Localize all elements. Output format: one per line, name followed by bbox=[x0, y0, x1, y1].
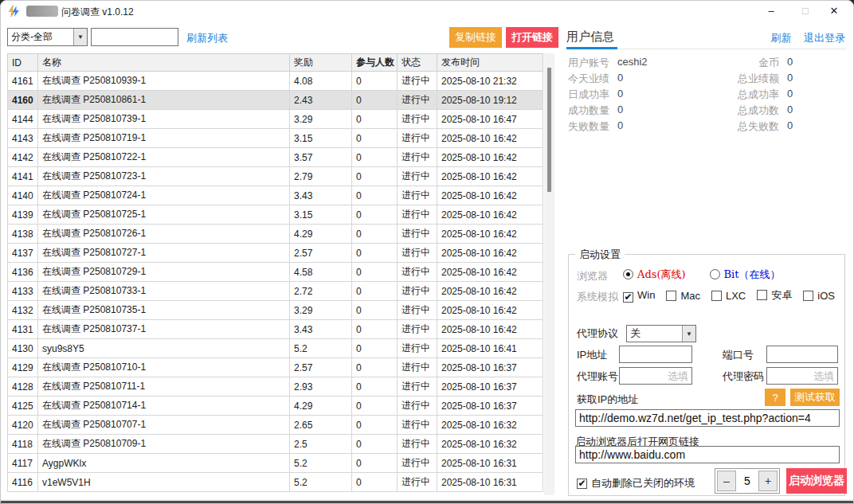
info-label: 总失败数 bbox=[707, 119, 779, 134]
cell-status: 进行中 bbox=[398, 397, 437, 416]
copy-link-button[interactable]: 复制链接 bbox=[449, 27, 502, 48]
browser-radio-option[interactable]: Ads(离线) bbox=[623, 268, 686, 282]
info-value: 0 bbox=[617, 72, 623, 86]
table-row[interactable]: 4133在线调查 P250810733-12.720进行中2025-08-10 … bbox=[8, 282, 543, 301]
cell-status: 进行中 bbox=[398, 186, 437, 205]
app-window: 问卷调查 v1.0.12 – □ ✕ 分类-全部 ▼ 刷新列表 复制链接 打开链… bbox=[0, 0, 854, 504]
port-input[interactable] bbox=[766, 346, 838, 363]
table-row[interactable]: 4137在线调查 P250810727-12.570进行中2025-08-10 … bbox=[8, 244, 543, 263]
cell-reward: 5.2 bbox=[290, 339, 352, 358]
open-url-input[interactable] bbox=[575, 446, 840, 463]
table-row[interactable]: 4117AygpWKlx5.20进行中2025-08-10 16:31 bbox=[8, 454, 543, 473]
system-checkbox-option[interactable]: LXC bbox=[711, 290, 746, 302]
cell-name: 在线调查 P250810710-1 bbox=[38, 358, 290, 377]
app-logo-icon bbox=[8, 5, 21, 18]
cell-name: 在线调查 P250810714-1 bbox=[38, 397, 290, 416]
info-value: 0 bbox=[617, 104, 623, 118]
system-checkbox-option[interactable]: Mac bbox=[666, 290, 700, 302]
table-row[interactable]: 4141在线调查 P250810723-12.790进行中2025-08-10 … bbox=[8, 167, 543, 186]
panel-active-underline bbox=[566, 47, 617, 49]
scrollbar-thumb[interactable] bbox=[547, 68, 551, 192]
table-row[interactable]: 4143在线调查 P250810719-13.150进行中2025-08-10 … bbox=[8, 129, 543, 148]
spinner-minus-button[interactable]: – bbox=[717, 471, 736, 491]
user-info-grid: 用户账号ceshi2金币0今天业绩0总业绩额0日成功率0总成功率0成功数量0总成… bbox=[568, 55, 847, 135]
refresh-list-link[interactable]: 刷新列表 bbox=[186, 31, 228, 45]
close-button[interactable]: ✕ bbox=[820, 2, 848, 20]
cell-reward: 4.08 bbox=[290, 72, 352, 91]
column-header[interactable]: 名称 bbox=[38, 54, 290, 72]
checkbox-label: 安卓 bbox=[771, 289, 792, 301]
table-row[interactable]: 4161在线调查 P250810939-14.080进行中2025-08-10 … bbox=[8, 72, 543, 91]
system-checkbox-option[interactable]: 安卓 bbox=[757, 288, 792, 303]
spinner-plus-button[interactable]: + bbox=[758, 471, 778, 491]
table-row[interactable]: 4136在线调查 P250810729-14.580进行中2025-08-10 … bbox=[8, 263, 543, 282]
info-value: 0 bbox=[787, 88, 793, 102]
minimize-button[interactable]: – bbox=[757, 2, 785, 20]
auto-delete-option[interactable]: ✔ 自动删除已关闭的环境 bbox=[577, 476, 695, 490]
table-row[interactable]: 4142在线调查 P250810722-13.570进行中2025-08-10 … bbox=[8, 148, 543, 167]
cell-time: 2025-08-10 16:42 bbox=[437, 167, 543, 186]
column-header[interactable]: ID bbox=[8, 54, 38, 72]
cell-participants: 0 bbox=[352, 148, 398, 167]
table-row[interactable]: 4132在线调查 P250810735-13.290进行中2025-08-10 … bbox=[8, 301, 543, 320]
table-row[interactable]: 4140在线调查 P250810724-13.430进行中2025-08-10 … bbox=[8, 186, 543, 205]
launch-browser-button[interactable]: 启动浏览器 bbox=[786, 468, 847, 494]
proxy-protocol-dropdown[interactable]: 关 ▼ bbox=[626, 325, 696, 342]
table-row[interactable]: 4116v1eW5V1H5.20进行中2025-08-10 16:31 bbox=[8, 473, 543, 492]
open-link-button[interactable]: 打开链接 bbox=[506, 27, 558, 48]
table-row[interactable]: 4138在线调查 P250810726-14.290进行中2025-08-10 … bbox=[8, 225, 543, 244]
table-row[interactable]: 4125在线调查 P250810714-14.290进行中2025-08-10 … bbox=[8, 397, 543, 416]
cell-name: 在线调查 P250810939-1 bbox=[38, 72, 290, 91]
proxy-pass-input[interactable] bbox=[766, 367, 838, 385]
table-vertical-scrollbar[interactable] bbox=[544, 53, 554, 495]
table-row[interactable]: 4144在线调查 P250810739-13.290进行中2025-08-10 … bbox=[8, 110, 543, 129]
table-row[interactable]: 4129在线调查 P250810710-12.570进行中2025-08-10 … bbox=[8, 358, 543, 377]
info-label: 用户账号 bbox=[568, 56, 609, 70]
cell-name: 在线调查 P250810707-1 bbox=[38, 416, 290, 435]
cell-reward: 3.29 bbox=[290, 110, 352, 129]
table-row[interactable]: 4130syu9s8Y55.20进行中2025-08-10 16:41 bbox=[8, 339, 543, 358]
cell-reward: 3.29 bbox=[290, 301, 352, 320]
env-count-spinner: – 5 + bbox=[715, 468, 780, 494]
column-header[interactable]: 参与人数 bbox=[352, 54, 398, 72]
table-row[interactable]: 4118在线调查 P250810709-12.50进行中2025-08-10 1… bbox=[8, 435, 543, 454]
cell-status: 进行中 bbox=[398, 72, 437, 91]
auto-delete-checkbox[interactable]: ✔ bbox=[577, 479, 587, 489]
table-row[interactable]: 4120在线调查 P250810707-12.650进行中2025-08-10 … bbox=[8, 416, 543, 435]
table-row[interactable]: 4128在线调查 P250810711-12.930进行中2025-08-10 … bbox=[8, 377, 543, 397]
refresh-user-link[interactable]: 刷新 bbox=[770, 32, 791, 44]
cell-time: 2025-08-10 16:37 bbox=[437, 377, 543, 397]
test-get-ip-button[interactable]: 测试获取 bbox=[790, 389, 840, 406]
cell-name: v1eW5V1H bbox=[38, 473, 290, 492]
browser-radio-option[interactable]: Bit（在线） bbox=[710, 268, 781, 282]
get-ip-url-input[interactable] bbox=[575, 409, 840, 427]
cell-time: 2025-08-10 16:42 bbox=[437, 301, 543, 320]
redacted-app-name bbox=[26, 6, 58, 17]
column-header[interactable]: 奖励 bbox=[290, 54, 352, 72]
cell-participants: 0 bbox=[352, 263, 398, 282]
system-checkbox-option[interactable]: ✔Win bbox=[623, 289, 655, 303]
cell-id: 4125 bbox=[8, 397, 38, 416]
search-input[interactable] bbox=[91, 28, 178, 46]
cell-name: 在线调查 P250810726-1 bbox=[38, 225, 290, 244]
cell-participants: 0 bbox=[352, 167, 398, 186]
table-row[interactable]: 4139在线调查 P250810725-13.150进行中2025-08-10 … bbox=[8, 205, 543, 225]
proxy-user-input[interactable] bbox=[619, 367, 692, 385]
ip-address-input[interactable] bbox=[619, 346, 692, 363]
category-dropdown-value: 分类-全部 bbox=[8, 30, 73, 44]
cell-time: 2025-08-10 16:31 bbox=[437, 454, 543, 473]
column-header[interactable]: 发布时间 bbox=[437, 54, 543, 72]
category-dropdown[interactable]: 分类-全部 ▼ bbox=[7, 28, 88, 46]
help-button[interactable]: ? bbox=[765, 389, 785, 406]
cell-participants: 0 bbox=[352, 320, 398, 339]
cell-status: 进行中 bbox=[398, 301, 437, 320]
cell-time: 2025-08-10 16:42 bbox=[437, 320, 543, 339]
cell-id: 4117 bbox=[8, 454, 38, 473]
maximize-button[interactable]: □ bbox=[791, 2, 820, 20]
table-row[interactable]: 4160在线调查 P250810861-12.430进行中2025-08-10 … bbox=[8, 91, 543, 110]
cell-participants: 0 bbox=[352, 301, 398, 320]
system-checkbox-option[interactable]: iOS bbox=[803, 290, 835, 302]
logout-link[interactable]: 退出登录 bbox=[804, 32, 845, 44]
table-row[interactable]: 4131在线调查 P250810737-13.430进行中2025-08-10 … bbox=[8, 320, 543, 339]
column-header[interactable]: 状态 bbox=[398, 54, 437, 72]
